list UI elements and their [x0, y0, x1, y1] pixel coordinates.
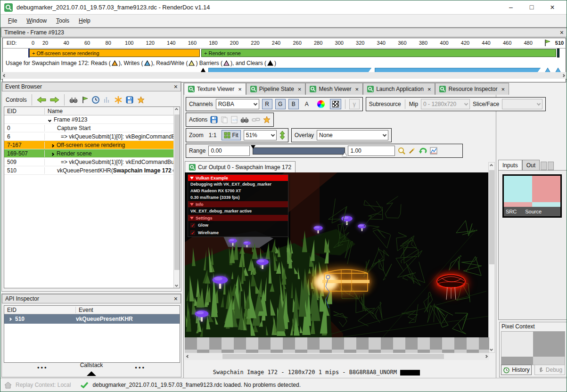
- event-row[interactable]: 6=> vkQueueSubmit(1)[0]: vkBeginCommandB…: [4, 132, 180, 141]
- tab-close-icon[interactable]: ×: [427, 86, 431, 93]
- event-browser-title: Event Browser: [5, 83, 42, 90]
- minimize-button[interactable]: –: [501, 3, 521, 12]
- tab-outputs[interactable]: Out: [522, 160, 540, 170]
- tab-texture-viewer[interactable]: Texture Viewer×: [184, 83, 246, 95]
- bookmark-list-icon[interactable]: [115, 96, 122, 104]
- red-channel-button[interactable]: R: [262, 99, 272, 109]
- event-row[interactable]: 0Capture Start: [4, 124, 180, 132]
- tab-inputs[interactable]: Inputs: [498, 160, 522, 170]
- name-column-header[interactable]: Name: [45, 108, 63, 114]
- api-event-list: EID Event 510 vkQueuePresentKHR: [4, 305, 180, 363]
- timeline-hscrollbar[interactable]: [1, 72, 567, 79]
- range-wand-icon[interactable]: [408, 147, 416, 155]
- timeline-bar-renderscene[interactable]: + Render scene: [201, 49, 556, 57]
- copy-texture-icon[interactable]: [221, 116, 228, 123]
- event-browser-close-icon[interactable]: ×: [174, 83, 178, 90]
- texture-image[interactable]: Vulkan Example Debugging with VK_EXT_deb…: [185, 172, 489, 337]
- blue-channel-button[interactable]: B: [288, 99, 299, 109]
- tab-close-icon[interactable]: ×: [238, 86, 242, 93]
- alpha-channel-button[interactable]: A: [302, 99, 312, 109]
- bookmark-icon[interactable]: [137, 96, 145, 104]
- open-resource-icon[interactable]: [252, 116, 260, 123]
- reset-range-icon[interactable]: [419, 147, 427, 155]
- export-events-icon[interactable]: [126, 96, 133, 104]
- checkerboard-background-button[interactable]: [330, 99, 341, 109]
- tab-pipeline-state[interactable]: Pipeline State×: [246, 83, 306, 95]
- menu-window[interactable]: Window: [22, 16, 51, 26]
- event-row[interactable]: 7-167Off-screen scene rendering: [4, 141, 180, 149]
- overlay-dropdown[interactable]: None: [317, 130, 388, 140]
- texture-vscrollbar[interactable]: [488, 162, 495, 353]
- input-thumbnail[interactable]: SRC Source: [502, 174, 562, 218]
- green-channel-button[interactable]: G: [275, 99, 286, 109]
- color-wheel-button[interactable]: [315, 99, 327, 109]
- api-eid-column-header[interactable]: EID: [4, 307, 76, 313]
- event-list-vscrollbar[interactable]: [173, 107, 180, 288]
- imgui-settings-header: Settings: [188, 215, 288, 221]
- callstack-expand-handle[interactable]: [87, 371, 96, 376]
- api-event-column-header[interactable]: Event: [76, 307, 93, 313]
- range-black-point-handle[interactable]: [251, 145, 255, 149]
- thumbnail-slot-label: SRC: [506, 209, 517, 214]
- previous-event-button[interactable]: [37, 97, 46, 103]
- find-event-icon[interactable]: [69, 97, 78, 103]
- api-inspector-close-icon[interactable]: ×: [174, 295, 178, 302]
- event-row[interactable]: 510vkQueuePresentKHR(Swapchain Image 172…: [4, 166, 180, 175]
- pixel-history-button[interactable]: History: [501, 365, 532, 375]
- jump-to-eid-icon[interactable]: [82, 96, 88, 104]
- zoom-level-combo[interactable]: 51%: [244, 130, 277, 140]
- menu-tools[interactable]: Tools: [51, 16, 74, 26]
- gamma-button[interactable]: γ: [349, 99, 360, 109]
- event-row[interactable]: 509=> vkQueueSubmit(1)[0]: vkEndCommandB…: [4, 158, 180, 166]
- tab-close-icon[interactable]: ×: [501, 86, 505, 93]
- menu-file[interactable]: File: [3, 16, 22, 26]
- zoom-fit-button[interactable]: Fit: [222, 130, 240, 140]
- replay-context-icon[interactable]: [4, 382, 12, 389]
- tab-close-icon[interactable]: ×: [355, 86, 359, 93]
- range-max-input[interactable]: 1.00: [348, 146, 395, 156]
- tab-close-icon[interactable]: ×: [298, 86, 302, 93]
- pixel-debug-button[interactable]: Debug: [534, 365, 565, 375]
- event-row[interactable]: 169-507Render scene: [4, 149, 180, 158]
- pixel-context-preview[interactable]: [501, 331, 565, 365]
- custom-shader-icon[interactable]: [263, 116, 271, 123]
- range-min-input[interactable]: 0.00: [208, 146, 250, 156]
- eid-column-header[interactable]: EID: [4, 108, 45, 114]
- range-white-point-handle[interactable]: [342, 153, 347, 156]
- channels-label: Channels: [189, 101, 213, 107]
- time-durations-icon[interactable]: [92, 96, 99, 104]
- range-slider[interactable]: [253, 146, 345, 155]
- tab-mesh-viewer[interactable]: Mesh Viewer×: [305, 83, 363, 95]
- timeline-close-icon[interactable]: ×: [560, 29, 564, 36]
- slice-face-dropdown[interactable]: [502, 99, 542, 109]
- tab-resource-inspector[interactable]: Resource Inspector×: [435, 83, 509, 95]
- tab-scroll-left-button[interactable]: [541, 162, 547, 170]
- timeline-tick: 0: [32, 40, 34, 46]
- mip-dropdown[interactable]: 0 - 1280x720: [421, 99, 470, 109]
- timeline-tick: 120: [146, 40, 155, 46]
- api-selected-row[interactable]: 510 vkQueuePresentKHR: [4, 314, 180, 324]
- zoom-group: Zoom 1:1 Fit 51%: [186, 128, 288, 142]
- maximize-button[interactable]: □: [521, 3, 542, 12]
- open-shader-icon[interactable]: </>: [231, 116, 238, 123]
- timeline-bar-offscreen[interactable]: + Off-screen scene rendering: [29, 49, 200, 57]
- close-button[interactable]: ×: [542, 3, 563, 12]
- imgui-line: AMD Radeon RX 5700 XT: [188, 188, 288, 194]
- current-output-tab[interactable]: Cur Output 0 - Swapchain Image 172: [185, 161, 296, 172]
- tab-launch-application[interactable]: Launch Application×: [363, 83, 435, 95]
- tab-scroll-right-button[interactable]: [548, 162, 554, 170]
- timeline-tick: 380: [419, 40, 427, 46]
- statistics-icon[interactable]: [103, 97, 111, 103]
- menu-help[interactable]: Help: [74, 16, 95, 26]
- save-texture-icon[interactable]: [210, 116, 218, 123]
- texture-hscrollbar[interactable]: [185, 353, 489, 360]
- zoom-1to1-button[interactable]: 1:1: [206, 130, 219, 140]
- next-event-button[interactable]: [50, 97, 59, 103]
- goto-location-icon[interactable]: [240, 116, 249, 123]
- channels-dropdown[interactable]: RGBA: [216, 99, 259, 109]
- event-row[interactable]: Frame #9123: [4, 115, 180, 124]
- histogram-icon[interactable]: [430, 147, 437, 155]
- flip-y-icon[interactable]: [279, 131, 285, 140]
- autofit-range-icon[interactable]: [398, 147, 405, 155]
- checkbox-checked-icon: ✓: [190, 223, 195, 228]
